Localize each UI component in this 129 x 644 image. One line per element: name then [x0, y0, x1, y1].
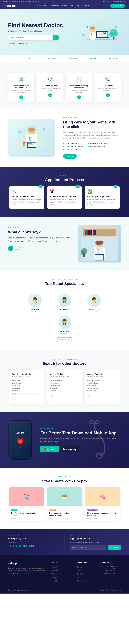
footer-link-team[interactable]: Team: [52, 573, 56, 575]
specialists-title: Top Rated Specialists: [8, 282, 121, 286]
topbar-welcome[interactable]: Welcome to Health Services: [3, 0, 20, 2]
specialists-grid: 👨‍⚕️ Dr. Smith Cardiologist 👩‍⚕️ Dr. Joh…: [8, 294, 121, 334]
blog-img-1: 🩺: [9, 488, 44, 506]
list-item[interactable]: Endocrinology: [50, 387, 79, 390]
svg-rect-34: [23, 142, 26, 143]
next-specialist[interactable]: →: [119, 288, 121, 290]
app-phone: 10:30: [8, 420, 32, 460]
navbar: + docpro Home About Departments Doctors …: [0, 2, 129, 9]
reviewer-name: James Jr.: [15, 246, 23, 248]
footer-link-clinics[interactable]: Clinics: [77, 570, 81, 571]
footer-useful-links: Doctors Clinics Specialties Blog Join ou…: [77, 566, 96, 582]
specialist-name-4: Dr. Brown: [51, 330, 78, 332]
list-item[interactable]: Orthopedic Surgery: [87, 379, 117, 382]
list-item[interactable]: Neurology: [12, 390, 42, 392]
footer-link-blog2[interactable]: Blog: [77, 577, 80, 578]
signup-submit-button[interactable]: Subscribe: [108, 545, 121, 550]
emergency-phone[interactable]: +1(11) 9s_e5s_310: [8, 544, 59, 548]
list-item[interactable]: Liver diseases: [50, 382, 79, 384]
footer-terms[interactable]: Terms of Service: [111, 590, 121, 591]
topbar-dashboard[interactable]: Dashboard: [112, 0, 119, 2]
search-button[interactable]: 🔍: [53, 35, 59, 40]
list-item[interactable]: Liver diseases: [12, 382, 42, 384]
list-item[interactable]: Infectious diseases: [50, 379, 79, 382]
list-item[interactable]: Dermatology: [12, 387, 42, 390]
cat-list-internal: Infectious diseases Liver diseases Ophth…: [50, 379, 79, 392]
prev-specialist[interactable]: ←: [117, 288, 118, 290]
footer-link-services[interactable]: Services: [52, 570, 58, 571]
blog-content-1: Health Tips for maintaining a healthy li…: [9, 506, 44, 521]
footer-privacy[interactable]: Privacy Policy: [100, 590, 108, 591]
footer-link-network[interactable]: Join our Network: [77, 580, 88, 582]
cat-sub-internal: Comprehensive internal care: [50, 376, 79, 377]
blog-grid: 🩺 Health Tips for maintaining a healthy …: [8, 488, 121, 521]
list-item[interactable]: Cosmetic Surgery: [87, 382, 117, 384]
list-item[interactable]: Ophthalmology: [50, 384, 79, 387]
cat-arrow-surgery[interactable]: →: [87, 394, 91, 398]
next-testimonial[interactable]: →: [14, 254, 18, 259]
service-desc-dept: Book with top rated medical departments: [69, 90, 89, 94]
footer-link-blog[interactable]: Visit Blog: [52, 580, 58, 582]
appstore-button[interactable]: 🍎 Download on the App Store: [40, 446, 59, 452]
svg-rect-32: [28, 145, 34, 145]
topbar-contact[interactable]: Contact: [120, 0, 125, 2]
list-item[interactable]: Nephrology: [12, 384, 42, 387]
topbar-appointment[interactable]: Call For Appointment 048-266520: [21, 0, 41, 2]
signup-email-input[interactable]: [70, 545, 106, 550]
prev-testimonial[interactable]: ←: [8, 254, 12, 259]
specialist-card-4: 👩‍⚕️ Dr. Brown Pediatrician: [51, 315, 78, 334]
playstore-button[interactable]: ▶ Get it on Google Play: [61, 446, 79, 452]
emergency-title: Emergency call: [8, 537, 59, 540]
browse-all-specialists[interactable]: Browse All: [57, 337, 72, 342]
signup-label: NEWSLETTER: [70, 535, 121, 536]
nav-contact[interactable]: Contact Us: [82, 5, 89, 7]
footer-link-about[interactable]: About Us: [52, 566, 58, 568]
svg-point-14: [109, 32, 114, 37]
svg-point-15: [113, 31, 118, 36]
cat-arrow-pediatrics[interactable]: →: [12, 397, 16, 400]
list-item[interactable]: Cardiology: [50, 390, 79, 392]
nav-cta-button[interactable]: +1 798 668 968: [110, 4, 125, 8]
hero-tag-all[interactable]: All Clinic: [8, 42, 15, 44]
nav-doctors[interactable]: Doctors: [62, 5, 67, 7]
footer-link-doctors[interactable]: Doctors: [77, 566, 82, 568]
nav-blog[interactable]: Blog: [76, 5, 79, 7]
nav-home[interactable]: Home: [37, 5, 41, 7]
appstore-label: App Store: [47, 448, 56, 451]
other-doctors-label: MEET OUR PROFESSIONALS: [8, 358, 121, 360]
appstore-text: Download on the App Store: [47, 447, 56, 451]
list-item[interactable]: Vascular Surgery: [87, 387, 117, 390]
emergency-label: EMERGENCY: [8, 535, 59, 536]
bring-care-cta[interactable]: About Us: [63, 154, 77, 158]
service-arrow-support[interactable]: →: [106, 94, 110, 97]
service-arrow-dept[interactable]: →: [77, 96, 81, 99]
process-step-title-1: Search for the Providers: [12, 196, 42, 198]
svg-rect-26: [28, 134, 35, 143]
list-item[interactable]: General: [12, 392, 42, 394]
process-step-title-3: Confirm your Appointment: [87, 196, 117, 198]
specialist-role-4: Pediatrician: [51, 333, 78, 334]
service-arrow-clinic[interactable]: →: [19, 96, 23, 99]
service-arrow-chat[interactable]: →: [48, 94, 52, 97]
nav-departments[interactable]: Departments: [50, 5, 59, 7]
logo[interactable]: + docpro: [4, 4, 16, 8]
testimonial-content: TESTIMONIALS What client's say? I had a …: [8, 227, 73, 260]
svg-rect-46: [94, 230, 96, 235]
brand-editas: editas: [90, 57, 96, 59]
cat-arrow-internal[interactable]: →: [50, 394, 54, 398]
blog-label: STAY UPDATED: [8, 476, 121, 478]
footer-link-specialties[interactable]: Specialties: [77, 573, 84, 575]
list-item[interactable]: General Surgery: [87, 384, 117, 387]
process-icon-2: 📅: [50, 189, 79, 194]
list-item[interactable]: Ear diseases: [12, 379, 42, 382]
search-input[interactable]: [8, 35, 53, 40]
footer-phone[interactable]: 📞 +1(0) 1067 3467 67: [102, 570, 121, 572]
list-item[interactable]: Neurosurgery: [87, 390, 117, 392]
nav-about[interactable]: About: [43, 5, 47, 7]
hero-tag-available[interactable]: Available Clinic: [17, 42, 28, 44]
nav-clinic[interactable]: Clinic: [69, 5, 73, 7]
footer-email[interactable]: ✉ info@docpro.com: [102, 573, 121, 574]
topbar-signin[interactable]: Sign In/Sign Up: [101, 0, 110, 2]
svg-rect-7: [97, 34, 104, 34]
footer-link-careers[interactable]: Careers: [52, 577, 57, 578]
